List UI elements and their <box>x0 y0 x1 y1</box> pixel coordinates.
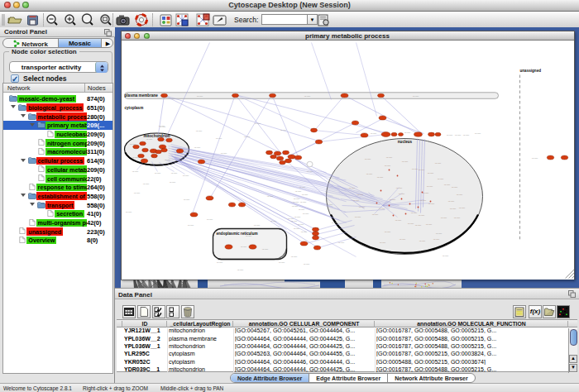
svg-text:(C.xml): (C.xml) <box>293 227 299 229</box>
svg-text:(C.xml): (C.xml) <box>300 230 307 232</box>
svg-text:(C.xml): (C.xml) <box>531 156 538 159</box>
svg-text:(C.xml): (C.xml) <box>376 175 383 178</box>
svg-text:(C.xml): (C.xml) <box>458 206 465 208</box>
svg-text:(C.xml): (C.xml) <box>434 161 441 164</box>
svg-text:(C.xml): (C.xml) <box>294 189 301 192</box>
svg-text:(C.xml): (C.xml) <box>378 207 385 209</box>
svg-text:(C.xml): (C.xml) <box>412 94 419 97</box>
svg-text:(C.xml): (C.xml) <box>194 146 200 148</box>
svg-text:(C.xml): (C.xml) <box>426 184 433 187</box>
svg-text:(C.xml): (C.xml) <box>142 182 149 184</box>
svg-text:(C.xml): (C.xml) <box>254 122 261 124</box>
svg-text:(C.xml): (C.xml) <box>125 210 132 213</box>
svg-text:(C.xml): (C.xml) <box>129 142 136 145</box>
svg-text:(C.xml): (C.xml) <box>216 261 223 263</box>
svg-text:(C.xml): (C.xml) <box>447 199 454 202</box>
svg-text:(C.xml): (C.xml) <box>331 221 337 223</box>
svg-text:(C.xml): (C.xml) <box>395 218 401 221</box>
svg-text:(C.xml): (C.xml) <box>290 255 297 257</box>
svg-text:(C.xml): (C.xml) <box>326 203 333 205</box>
svg-text:(C.xml): (C.xml) <box>182 174 189 176</box>
svg-text:(C.xml): (C.xml) <box>451 185 457 188</box>
svg-text:(C.xml): (C.xml) <box>337 241 344 243</box>
svg-text:(C.xml): (C.xml) <box>183 198 189 200</box>
svg-text:(C.xml): (C.xml) <box>418 168 424 170</box>
svg-text:(C.xml): (C.xml) <box>410 211 417 213</box>
svg-text:(C.xml): (C.xml) <box>245 234 251 237</box>
svg-text:(C.xml): (C.xml) <box>270 219 276 222</box>
svg-text:(C.xml): (C.xml) <box>364 157 371 160</box>
svg-text:(C.xml): (C.xml) <box>278 261 285 263</box>
svg-text:(C.xml): (C.xml) <box>427 171 433 174</box>
svg-text:(C.xml): (C.xml) <box>195 129 202 131</box>
svg-text:(C.xml): (C.xml) <box>164 158 170 160</box>
svg-text:(C.xml): (C.xml) <box>301 193 308 195</box>
svg-text:(C.xml): (C.xml) <box>419 198 426 201</box>
svg-text:(C.xml): (C.xml) <box>366 172 372 174</box>
svg-text:(C.xml): (C.xml) <box>379 241 385 243</box>
svg-text:plasma membrane: plasma membrane <box>124 93 158 98</box>
svg-text:(C.xml): (C.xml) <box>385 155 392 158</box>
svg-text:(C.xml): (C.xml) <box>419 239 425 241</box>
svg-text:(C.xml): (C.xml) <box>443 183 450 185</box>
svg-text:(C.xml): (C.xml) <box>433 237 439 240</box>
svg-text:(C.xml): (C.xml) <box>411 167 418 170</box>
svg-text:(C.xml): (C.xml) <box>401 160 408 162</box>
svg-text:(C.xml): (C.xml) <box>299 185 305 188</box>
svg-text:(C.xml): (C.xml) <box>243 135 250 137</box>
svg-text:(C.xml): (C.xml) <box>220 151 227 154</box>
svg-text:(C.xml): (C.xml) <box>146 137 152 140</box>
svg-text:(C.xml): (C.xml) <box>294 215 300 218</box>
svg-text:(C.xml): (C.xml) <box>462 133 469 136</box>
svg-text:(C.xml): (C.xml) <box>442 254 448 256</box>
svg-text:(C.xml): (C.xml) <box>253 223 260 226</box>
svg-text:(C.xml): (C.xml) <box>454 133 461 136</box>
svg-text:(C.xml): (C.xml) <box>474 131 481 134</box>
svg-text:(C.xml): (C.xml) <box>237 268 243 270</box>
svg-text:(C.xml): (C.xml) <box>354 215 361 218</box>
svg-text:(C.xml): (C.xml) <box>154 171 160 174</box>
svg-text:(C.xml): (C.xml) <box>449 207 456 209</box>
svg-text:(C.xml): (C.xml) <box>440 216 447 218</box>
svg-text:(C.xml): (C.xml) <box>290 219 297 222</box>
svg-text:(C.xml): (C.xml) <box>302 212 309 214</box>
svg-text:(C.xml): (C.xml) <box>187 223 194 226</box>
svg-text:nucleus: nucleus <box>397 140 412 144</box>
svg-text:(C.xml): (C.xml) <box>407 222 414 224</box>
svg-text:(C.xml): (C.xml) <box>348 186 355 189</box>
svg-text:(C.xml): (C.xml) <box>298 208 304 210</box>
svg-text:(C.xml): (C.xml) <box>206 218 213 220</box>
svg-text:(C.xml): (C.xml) <box>358 205 365 208</box>
svg-text:(C.xml): (C.xml) <box>435 232 442 234</box>
svg-text:(C.xml): (C.xml) <box>133 191 140 194</box>
svg-text:(C.xml): (C.xml) <box>293 197 299 199</box>
svg-text:(C.xml): (C.xml) <box>306 170 313 172</box>
svg-text:(C.xml): (C.xml) <box>453 216 460 218</box>
svg-text:(C.xml): (C.xml) <box>428 202 434 204</box>
svg-text:(C.xml): (C.xml) <box>261 247 268 250</box>
svg-text:(C.xml): (C.xml) <box>215 136 222 139</box>
svg-text:(C.xml): (C.xml) <box>356 193 363 195</box>
svg-text:(C.xml): (C.xml) <box>425 222 432 225</box>
svg-text:(C.xml): (C.xml) <box>384 230 390 232</box>
svg-text:(C.xml): (C.xml) <box>297 222 304 225</box>
svg-text:(C.xml): (C.xml) <box>384 164 390 166</box>
svg-text:(C.xml): (C.xml) <box>240 245 246 247</box>
svg-text:cytoplasm: cytoplasm <box>124 105 143 109</box>
svg-text:(C.xml): (C.xml) <box>299 200 306 203</box>
svg-text:(C.xml): (C.xml) <box>352 198 359 201</box>
svg-text:(C.xml): (C.xml) <box>196 94 203 97</box>
svg-text:(C.xml): (C.xml) <box>399 237 405 240</box>
svg-text:(C.xml): (C.xml) <box>456 193 462 195</box>
svg-text:(C.xml): (C.xml) <box>266 194 273 197</box>
svg-text:(C.xml): (C.xml) <box>292 200 299 203</box>
svg-text:(C.xml): (C.xml) <box>414 223 421 226</box>
svg-text:(C.xml): (C.xml) <box>422 191 428 194</box>
svg-text:(C.xml): (C.xml) <box>132 170 138 172</box>
svg-text:(C.xml): (C.xml) <box>398 192 404 194</box>
svg-text:(C.xml): (C.xml) <box>169 180 175 183</box>
svg-text:(C.xml): (C.xml) <box>280 128 286 131</box>
svg-text:(C.xml): (C.xml) <box>132 155 138 158</box>
svg-text:(C.xml): (C.xml) <box>404 131 410 133</box>
svg-text:(C.xml): (C.xml) <box>371 213 378 215</box>
